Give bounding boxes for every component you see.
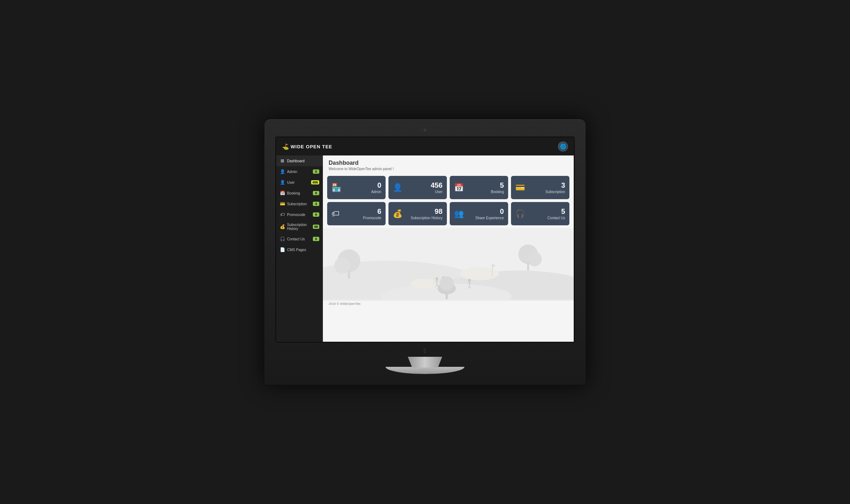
- subscription-badge: 3: [313, 202, 319, 206]
- page-title: Dashboard: [329, 160, 568, 166]
- stat-icon-contact-us: 🎧: [515, 209, 525, 219]
- stat-card-share-experience[interactable]: 👥 0 Share Experience: [450, 202, 508, 225]
- stat-label-share-experience: Share Experience: [476, 216, 504, 220]
- stat-card-user[interactable]: 👤 456 User: [388, 176, 447, 199]
- admin-icon: 👤: [280, 169, 285, 174]
- user-icon: 👤: [280, 180, 285, 185]
- globe-button[interactable]: 🌐: [558, 141, 568, 152]
- stat-icon-user: 👤: [393, 183, 402, 192]
- footer-bar: 2019 © WideOpenTee.: [323, 300, 574, 307]
- main-content: Dashboard Welcome to WideOpenTee admin p…: [323, 155, 574, 342]
- stat-right-booking: 5 Booking: [491, 181, 504, 194]
- stat-right-subscription-history: 98 Subscription History: [411, 207, 443, 220]
- golf-course-background: 2019 © WideOpenTee.: [323, 228, 574, 307]
- stat-right-subscription: 3 Subscription: [545, 181, 565, 194]
- logo-text: WIDE OPEN TEE: [291, 144, 332, 149]
- sidebar: ⊞ Dashboard 👤 Admin 0 👤 User 456 📅: [276, 155, 323, 342]
- sidebar-label-booking: Booking: [287, 191, 311, 195]
- stat-number-promocode: 6: [363, 207, 381, 216]
- svg-point-5: [411, 279, 437, 288]
- stat-card-admin[interactable]: 🏪 0 Admin: [327, 176, 386, 199]
- stat-label-admin: Admin: [371, 190, 381, 194]
- stat-icon-subscription: 💳: [515, 183, 525, 192]
- monitor-stand: : [275, 343, 575, 374]
- stat-number-booking: 5: [491, 181, 504, 189]
- stat-card-subscription-history[interactable]: 💰 98 Subscription History: [388, 202, 447, 225]
- stand-neck: [403, 357, 447, 368]
- sidebar-label-user: User: [287, 181, 309, 184]
- svg-rect-8: [348, 270, 350, 279]
- sidebar-label-subscription: Subscription: [287, 202, 311, 206]
- monitor-bezel: ⛳ WIDE OPEN TEE 🌐 ⊞ Dashboard 👤 Admin: [264, 119, 586, 385]
- svg-point-12: [436, 277, 438, 280]
- stat-right-contact-us: 5 Contact Us: [548, 207, 565, 220]
- dashboard-icon: ⊞: [280, 158, 285, 163]
- stat-number-contact-us: 5: [548, 207, 565, 216]
- golf-scene-svg: [323, 228, 574, 300]
- app-container: ⊞ Dashboard 👤 Admin 0 👤 User 456 📅: [276, 155, 574, 342]
- svg-rect-11: [527, 262, 529, 270]
- monitor-camera: [424, 129, 426, 131]
- stat-card-contact-us[interactable]: 🎧 5 Contact Us: [511, 202, 569, 225]
- sidebar-item-subscription-history[interactable]: 💰 Subscription History 98: [276, 220, 323, 234]
- stat-icon-share-experience: 👥: [454, 209, 464, 219]
- sidebar-item-dashboard[interactable]: ⊞ Dashboard: [276, 155, 323, 166]
- stat-number-user: 456: [431, 181, 443, 189]
- stat-right-user: 456 User: [431, 181, 443, 194]
- stat-label-user: User: [435, 190, 443, 194]
- monitor-wrapper: ⛳ WIDE OPEN TEE 🌐 ⊞ Dashboard 👤 Admin: [264, 119, 586, 385]
- footer-text: 2019 © WideOpenTee.: [329, 302, 361, 306]
- stat-label-contact-us: Contact Us: [548, 216, 565, 220]
- stat-icon-booking: 📅: [454, 183, 464, 192]
- stat-number-subscription: 3: [545, 181, 565, 189]
- stand-base: [386, 367, 464, 374]
- contact-icon: 🎧: [280, 236, 285, 241]
- stat-label-subscription: Subscription: [545, 190, 565, 194]
- stats-grid: 🏪 0 Admin 👤 456 User: [323, 173, 574, 228]
- subscription-icon: 💳: [280, 201, 285, 206]
- stat-right-promocode: 6 Promocode: [363, 207, 381, 220]
- stat-icon-subscription-history: 💰: [393, 209, 402, 219]
- apple-logo: : [424, 343, 426, 357]
- user-badge: 456: [311, 180, 319, 184]
- admin-badge: 0: [313, 169, 319, 174]
- booking-badge: 5: [313, 191, 319, 195]
- stat-card-promocode[interactable]: 🏷 6 Promocode: [327, 202, 386, 225]
- contact-badge: 5: [313, 237, 319, 241]
- sidebar-item-admin[interactable]: 👤 Admin 0: [276, 166, 323, 177]
- subscription-history-badge: 98: [313, 225, 319, 229]
- stat-label-promocode: Promocode: [363, 216, 381, 220]
- svg-point-23: [468, 279, 471, 282]
- sidebar-label-admin: Admin: [287, 170, 311, 174]
- sidebar-label-promocode: Promocode: [287, 213, 311, 217]
- logo-icon: ⛳: [282, 143, 289, 150]
- stat-label-subscription-history: Subscription History: [411, 216, 443, 220]
- stat-card-booking[interactable]: 📅 5 Booking: [450, 176, 508, 199]
- sidebar-label-cms-pages: CMS Pages: [287, 248, 319, 252]
- cms-icon: 📄: [280, 247, 285, 252]
- stat-card-subscription[interactable]: 💳 3 Subscription: [511, 176, 569, 199]
- stat-number-subscription-history: 98: [411, 207, 443, 216]
- stat-label-booking: Booking: [491, 190, 504, 194]
- promocode-badge: 6: [313, 212, 319, 217]
- stat-number-share-experience: 0: [476, 207, 504, 216]
- sidebar-item-cms-pages[interactable]: 📄 CMS Pages: [276, 244, 323, 255]
- monitor-screen: ⛳ WIDE OPEN TEE 🌐 ⊞ Dashboard 👤 Admin: [275, 136, 575, 343]
- logo: ⛳ WIDE OPEN TEE: [282, 143, 332, 150]
- stat-right-admin: 0 Admin: [371, 181, 381, 194]
- subscription-history-icon: 💰: [280, 224, 285, 229]
- monitor-top-bar: [275, 126, 575, 134]
- stat-icon-promocode: 🏷: [331, 209, 339, 219]
- sidebar-item-subscription[interactable]: 💳 Subscription 3: [276, 198, 323, 209]
- sidebar-label-contact-us: Contact Us: [287, 237, 311, 241]
- page-header: Dashboard Welcome to WideOpenTee admin p…: [323, 155, 574, 173]
- sidebar-label-dashboard: Dashboard: [287, 159, 319, 163]
- stat-right-share-experience: 0 Share Experience: [476, 207, 504, 220]
- svg-rect-32: [446, 293, 448, 299]
- svg-point-4: [460, 267, 499, 280]
- sidebar-item-booking[interactable]: 📅 Booking 5: [276, 188, 323, 198]
- stat-number-admin: 0: [371, 181, 381, 189]
- sidebar-item-contact-us[interactable]: 🎧 Contact Us 5: [276, 234, 323, 244]
- sidebar-item-promocode[interactable]: 🏷 Promocode 6: [276, 209, 323, 220]
- sidebar-item-user[interactable]: 👤 User 456: [276, 177, 323, 188]
